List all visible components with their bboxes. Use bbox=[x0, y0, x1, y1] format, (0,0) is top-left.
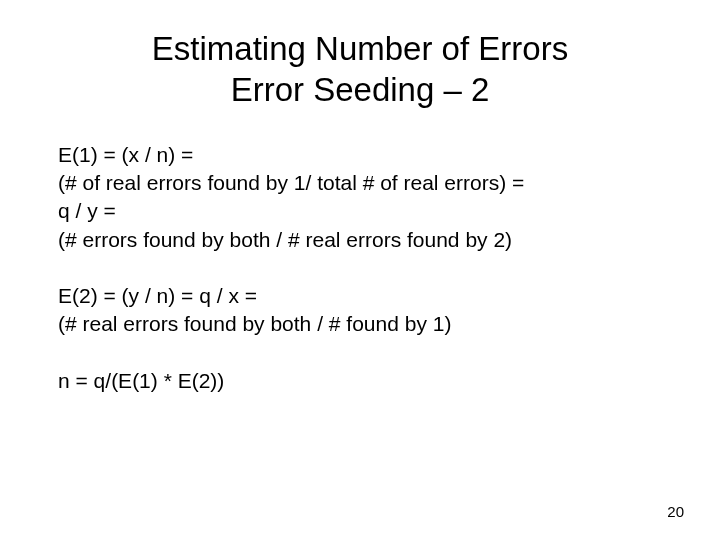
block2-line2: (# real errors found by both / # found b… bbox=[58, 310, 662, 338]
block1-line4: (# errors found by both / # real errors … bbox=[58, 226, 662, 254]
slide-title: Estimating Number of Errors Error Seedin… bbox=[0, 0, 720, 111]
block2-line1: E(2) = (y / n) = q / x = bbox=[58, 282, 662, 310]
block-3: n = q/(E(1) * E(2)) bbox=[58, 367, 662, 395]
block1-line2: (# of real errors found by 1/ total # of… bbox=[58, 169, 662, 197]
block3-line1: n = q/(E(1) * E(2)) bbox=[58, 367, 662, 395]
page-number: 20 bbox=[667, 503, 684, 520]
block1-line3: q / y = bbox=[58, 197, 662, 225]
title-line-2: Error Seeding – 2 bbox=[0, 69, 720, 110]
block-1: E(1) = (x / n) = (# of real errors found… bbox=[58, 141, 662, 254]
block-2: E(2) = (y / n) = q / x = (# real errors … bbox=[58, 282, 662, 339]
slide-content: E(1) = (x / n) = (# of real errors found… bbox=[0, 141, 720, 395]
block1-line1: E(1) = (x / n) = bbox=[58, 141, 662, 169]
title-line-1: Estimating Number of Errors bbox=[0, 28, 720, 69]
